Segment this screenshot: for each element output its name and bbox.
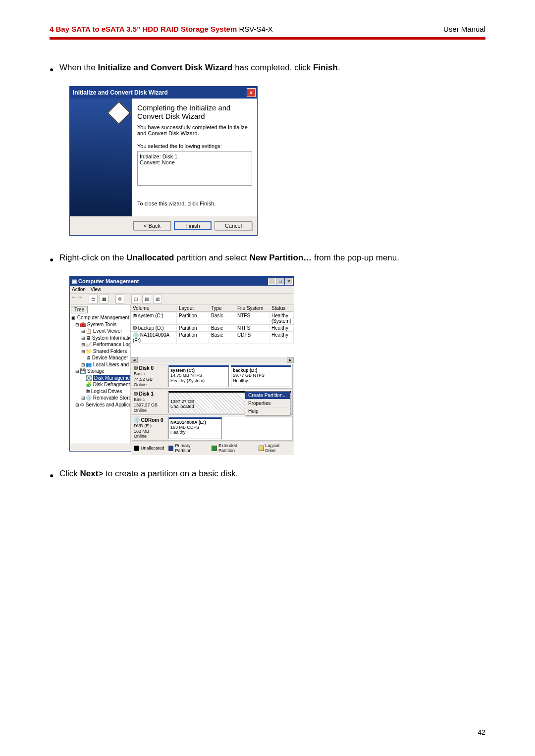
text-bold: Unallocated <box>126 253 174 262</box>
table-row[interactable]: 💿 NA1014000A (E:) Partition Basic CDFS H… <box>131 332 294 344</box>
disk-icon <box>107 101 131 125</box>
h-scrollbar[interactable]: ◄ ► <box>131 357 294 363</box>
tree-item[interactable]: ⊞🖥 System Information <box>71 335 129 342</box>
bullet-3: ● Click Next> to create a partition on a… <box>50 465 485 482</box>
close-icon[interactable]: × <box>247 88 256 97</box>
volume-table: Volume Layout Type File System Status ⛃ … <box>131 305 294 363</box>
toolbar-icon[interactable]: ▤ <box>142 295 151 303</box>
text: Right-click on the <box>59 253 126 262</box>
toolbar-icon[interactable]: ▢ <box>131 295 140 303</box>
disk-row: ⛃ Disk 1 Basic 1397.27 GB Online 1397.27… <box>132 390 293 414</box>
tree-item[interactable]: ⊞👥 Local Users and Groups <box>71 361 129 368</box>
wizard-heading: Completing the Initialize and Convert Di… <box>137 103 252 120</box>
page-number: 42 <box>478 728 485 736</box>
col-type[interactable]: Type <box>209 305 235 312</box>
cm-menubar: Action View <box>70 286 294 294</box>
text-bold-underline: Next> <box>80 469 104 478</box>
disk-graphical-area: ⛃ Disk 0 Basic 74.52 GB Online system (C… <box>131 363 294 455</box>
wizard-selection-item: Convert: None <box>140 159 250 165</box>
col-status[interactable]: Status <box>269 305 294 312</box>
tree-item[interactable]: ▣ Computer Management (Local) <box>71 314 129 321</box>
computer-management-window: ▣ Computer Management _ □ × Action View … <box>69 276 294 452</box>
ctx-properties[interactable]: Properties <box>245 400 290 407</box>
minimize-icon[interactable]: _ <box>268 278 276 285</box>
text: to create a partition on a basic disk. <box>103 469 238 478</box>
partition-cdrom[interactable]: NA1014000A (E:) 163 MB CDFS Healthy <box>168 417 222 439</box>
toolbar-icon[interactable]: ▥ <box>153 295 162 303</box>
toolbar-icon[interactable]: ▦ <box>100 295 108 303</box>
cm-tree-panel: Tree ▣ Computer Management (Local) ⊟🧰 Sy… <box>70 305 131 444</box>
disk-row: 💿 CDRom 0 DVD (E:) 163 MB Online NA10140… <box>132 416 293 441</box>
menu-view[interactable]: View <box>91 287 102 292</box>
header-title-model: RSV-S4-X <box>239 25 272 33</box>
cm-titlebar: ▣ Computer Management _ □ × <box>70 277 294 286</box>
scroll-right-icon[interactable]: ► <box>287 357 294 363</box>
col-layout[interactable]: Layout <box>177 305 209 312</box>
ctx-create-partition[interactable]: Create Partition... <box>245 392 290 400</box>
wizard-text: To close this wizard, click Finish. <box>137 201 252 206</box>
tree-tab[interactable]: Tree <box>71 306 88 313</box>
tree-item[interactable]: 🖥 Device Manager <box>71 354 129 361</box>
cancel-button[interactable]: Cancel <box>214 221 252 230</box>
tree-item[interactable]: ⊞📋 Event Viewer <box>71 328 129 335</box>
red-bar <box>50 37 485 40</box>
wizard-selection-box: Initialize: Disk 1 Convert: None <box>137 151 252 186</box>
text-bold: Finish <box>313 63 338 72</box>
header-title-red: 4 Bay SATA to eSATA 3.5" HDD RAID Storag… <box>50 25 239 33</box>
text-bold: Initialize and Convert Disk Wizard <box>98 63 233 72</box>
cm-toolbar: ⇐⇒ 🗀 ▦ ⚙ ▢ ▤ ▥ <box>70 294 294 305</box>
legend-extended: Extended Partition <box>218 443 255 453</box>
tree-item[interactable]: 🧩 Disk Defragmenter <box>71 381 129 388</box>
toolbar-icon[interactable]: 🗀 <box>89 295 98 303</box>
table-row[interactable]: ⛃ system (C:) Partition Basic NTFS Healt… <box>131 312 294 325</box>
wizard-titlebar: Initialize and Convert Disk Wizard × <box>70 87 257 99</box>
tree-item[interactable]: ⊞📁 Shared Folders <box>71 348 129 355</box>
text: When the <box>59 63 98 72</box>
table-row[interactable]: ⛃ backup (D:) Partition Basic NTFS Healt… <box>131 325 294 332</box>
disk-info[interactable]: ⛃ Disk 1 Basic 1397.27 GB Online <box>132 390 167 414</box>
close-icon[interactable]: × <box>285 278 293 285</box>
back-button[interactable]: < Back <box>133 221 171 230</box>
disk-row: ⛃ Disk 0 Basic 74.52 GB Online system (C… <box>132 364 293 389</box>
finish-button[interactable]: Finish <box>174 221 212 230</box>
wizard-text: You selected the following settings: <box>137 143 252 149</box>
tree-item[interactable]: ⊟💾 Storage <box>71 368 129 375</box>
cm-title-text: Computer Management <box>78 278 139 284</box>
wizard-text: You have successfully completed the Init… <box>137 124 252 136</box>
text: from the pop-up menu. <box>312 253 399 262</box>
disk-info[interactable]: 💿 CDRom 0 DVD (E:) 163 MB Online <box>132 416 167 440</box>
col-volume[interactable]: Volume <box>131 305 177 312</box>
header-right: User Manual <box>443 25 485 33</box>
maximize-icon[interactable]: □ <box>276 278 284 285</box>
menu-action[interactable]: Action <box>72 287 86 292</box>
legend-unallocated: Unallocated <box>141 446 164 451</box>
legend-logical: Logical Drive <box>266 443 291 453</box>
partition-system[interactable]: system (C:) 14.75 GB NTFS Healthy (Syste… <box>168 365 229 387</box>
bullet-icon: ● <box>50 59 59 76</box>
text: . <box>338 63 340 72</box>
scroll-left-icon[interactable]: ◄ <box>131 357 138 363</box>
tree-item[interactable]: ⊞📈 Performance Logs and Alerts <box>71 341 129 348</box>
partition-backup[interactable]: backup (D:) 59.77 GB NTFS Healthy <box>231 365 291 387</box>
tree-item[interactable]: ⊞💿 Removable Storage <box>71 395 129 402</box>
text: Click <box>59 469 80 478</box>
wizard-dialog: Initialize and Convert Disk Wizard × Com… <box>69 86 258 236</box>
legend-primary: Primary Partition <box>175 443 208 453</box>
tree-item[interactable]: ⊟🧰 System Tools <box>71 321 129 328</box>
col-filesystem[interactable]: File System <box>235 305 269 312</box>
ctx-help[interactable]: Help <box>245 407 290 415</box>
tree-item[interactable]: ⛃ Logical Drives <box>71 388 129 395</box>
text: partition and select <box>174 253 249 262</box>
wizard-side-banner <box>70 99 132 216</box>
tree-item-selected[interactable]: 💽 Disk Management <box>71 375 129 382</box>
wizard-title: Initialize and Convert Disk Wizard <box>73 89 168 96</box>
bullet-2: ● Right-click on the Unallocated partiti… <box>50 250 485 266</box>
bullet-icon: ● <box>50 465 59 482</box>
bullet-icon: ● <box>50 250 59 266</box>
text: has completed, click <box>232 63 313 72</box>
doc-header: 4 Bay SATA to eSATA 3.5" HDD RAID Storag… <box>50 25 485 34</box>
disk-info[interactable]: ⛃ Disk 0 Basic 74.52 GB Online <box>132 364 167 388</box>
toolbar-icon[interactable]: ⚙ <box>115 295 124 303</box>
legend: Unallocated Primary Partition Extended P… <box>132 442 293 454</box>
tree-item[interactable]: ⊞⚙ Services and Applications <box>71 402 129 408</box>
